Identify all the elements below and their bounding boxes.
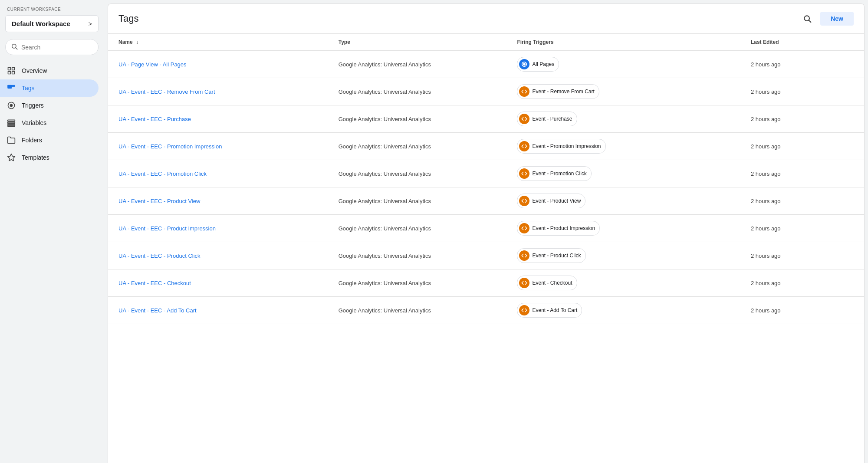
trigger-badge[interactable]: Event - Product View [517, 194, 585, 208]
cell-trigger: Event - Checkout [506, 269, 740, 297]
trigger-badge[interactable]: Event - Product Click [517, 248, 585, 263]
variables-icon [7, 118, 16, 127]
sort-arrow-icon: ↓ [136, 39, 138, 45]
sidebar-item-variables[interactable]: Variables [0, 114, 99, 131]
tag-link[interactable]: UA - Event - EEC - Checkout [118, 280, 191, 286]
cell-type: Google Analytics: Universal Analytics [328, 242, 507, 269]
svg-rect-13 [8, 125, 15, 127]
last-edited: 2 hours ago [751, 253, 781, 259]
last-edited: 2 hours ago [751, 198, 781, 204]
search-icon [803, 14, 812, 23]
last-edited: 2 hours ago [751, 225, 781, 232]
cell-name: UA - Event - EEC - Product Impression [108, 215, 328, 242]
cell-trigger: Event - Add To Cart [506, 297, 740, 324]
sidebar-item-tags-label: Tags [22, 85, 35, 92]
sidebar-nav: Overview Tags Triggers [0, 62, 104, 166]
trigger-badge[interactable]: Event - Purchase [517, 112, 577, 126]
tag-link[interactable]: UA - Page View - All Pages [118, 61, 187, 68]
tag-link[interactable]: UA - Event - EEC - Promotion Impression [118, 143, 222, 150]
trigger-badge[interactable]: Event - Promotion Click [517, 166, 591, 181]
cell-trigger: Event - Remove From Cart [506, 78, 740, 105]
tag-link[interactable]: UA - Event - EEC - Product View [118, 198, 200, 204]
tag-link[interactable]: UA - Event - EEC - Remove From Cart [118, 89, 215, 95]
sidebar-item-variables-label: Variables [22, 119, 46, 126]
sidebar-item-tags[interactable]: Tags [0, 79, 99, 97]
type-text: Google Analytics: Universal Analytics [339, 61, 431, 68]
cell-name: UA - Event - EEC - Promotion Click [108, 160, 328, 187]
col-header-triggers: Firing Triggers [506, 34, 740, 51]
trigger-icon [519, 168, 529, 179]
workspace-name: Default Workspace [12, 20, 70, 27]
trigger-icon [519, 305, 529, 315]
col-header-name[interactable]: Name ↓ [108, 34, 328, 51]
svg-rect-2 [8, 68, 11, 70]
sidebar-item-overview[interactable]: Overview [0, 62, 99, 79]
trigger-icon [519, 223, 529, 233]
cell-type: Google Analytics: Universal Analytics [328, 105, 507, 133]
cell-name: UA - Event - EEC - Product View [108, 187, 328, 215]
search-button[interactable] [799, 11, 815, 26]
page-title: Tags [118, 13, 138, 24]
trigger-icon [519, 141, 529, 151]
type-text: Google Analytics: Universal Analytics [339, 171, 431, 177]
type-text: Google Analytics: Universal Analytics [339, 225, 431, 232]
cell-type: Google Analytics: Universal Analytics [328, 160, 507, 187]
svg-rect-12 [8, 124, 15, 125]
cell-name: UA - Event - EEC - Promotion Impression [108, 133, 328, 160]
workspace-selector[interactable]: Default Workspace > [5, 15, 99, 32]
table-row: UA - Event - EEC - Add To Cart Google An… [108, 297, 864, 324]
type-text: Google Analytics: Universal Analytics [339, 89, 431, 95]
last-edited: 2 hours ago [751, 116, 781, 122]
cell-name: UA - Event - EEC - Remove From Cart [108, 78, 328, 105]
type-text: Google Analytics: Universal Analytics [339, 253, 431, 259]
tag-link[interactable]: UA - Event - EEC - Product Click [118, 253, 201, 259]
main-content: Tags New Name ↓ Type Firing Triggers [108, 3, 865, 463]
tag-link[interactable]: UA - Event - EEC - Promotion Click [118, 171, 207, 177]
type-text: Google Analytics: Universal Analytics [339, 198, 431, 204]
table-row: UA - Event - EEC - Purchase Google Analy… [108, 105, 864, 133]
cell-edited: 2 hours ago [740, 160, 864, 187]
main-header: Tags New [108, 4, 864, 34]
sidebar-item-triggers[interactable]: Triggers [0, 97, 99, 114]
last-edited: 2 hours ago [751, 61, 781, 68]
trigger-badge[interactable]: Event - Add To Cart [517, 303, 582, 318]
svg-marker-14 [8, 154, 15, 161]
cell-name: UA - Event - EEC - Add To Cart [108, 297, 328, 324]
cell-type: Google Analytics: Universal Analytics [328, 78, 507, 105]
type-text: Google Analytics: Universal Analytics [339, 116, 431, 122]
table-body: UA - Page View - All Pages Google Analyt… [108, 51, 864, 324]
last-edited: 2 hours ago [751, 143, 781, 150]
tag-link[interactable]: UA - Event - EEC - Purchase [118, 116, 191, 122]
trigger-badge[interactable]: Event - Remove From Cart [517, 84, 599, 99]
svg-rect-7 [8, 85, 15, 86]
sidebar-item-overview-label: Overview [22, 67, 47, 74]
cell-edited: 2 hours ago [740, 133, 864, 160]
trigger-badge[interactable]: Event - Product Impression [517, 221, 600, 236]
search-input[interactable] [21, 44, 93, 51]
tags-table: Name ↓ Type Firing Triggers Last Edited … [108, 34, 864, 324]
triggers-icon [7, 101, 16, 110]
type-text: Google Analytics: Universal Analytics [339, 307, 431, 314]
tag-link[interactable]: UA - Event - EEC - Product Impression [118, 225, 216, 232]
overview-icon [7, 66, 16, 75]
trigger-badge[interactable]: Event - Promotion Impression [517, 139, 605, 154]
cell-edited: 2 hours ago [740, 269, 864, 297]
col-header-type: Type [328, 34, 507, 51]
workspace-arrow-icon: > [89, 20, 92, 27]
trigger-label: Event - Checkout [532, 280, 572, 286]
tag-link[interactable]: UA - Event - EEC - Add To Cart [118, 307, 197, 314]
trigger-badge[interactable]: All Pages [517, 57, 559, 72]
search-bar[interactable] [5, 39, 99, 55]
trigger-label: Event - Remove From Cart [532, 89, 594, 95]
last-edited: 2 hours ago [751, 171, 781, 177]
trigger-icon [519, 86, 529, 97]
cell-trigger: Event - Promotion Impression [506, 133, 740, 160]
trigger-badge[interactable]: Event - Checkout [517, 276, 577, 290]
type-text: Google Analytics: Universal Analytics [339, 143, 431, 150]
cell-name: UA - Event - EEC - Product Click [108, 242, 328, 269]
sidebar-item-templates[interactable]: Templates [0, 149, 99, 166]
table-row: UA - Event - EEC - Checkout Google Analy… [108, 269, 864, 297]
new-button[interactable]: New [820, 12, 854, 26]
sidebar-item-folders[interactable]: Folders [0, 131, 99, 149]
cell-edited: 2 hours ago [740, 105, 864, 133]
